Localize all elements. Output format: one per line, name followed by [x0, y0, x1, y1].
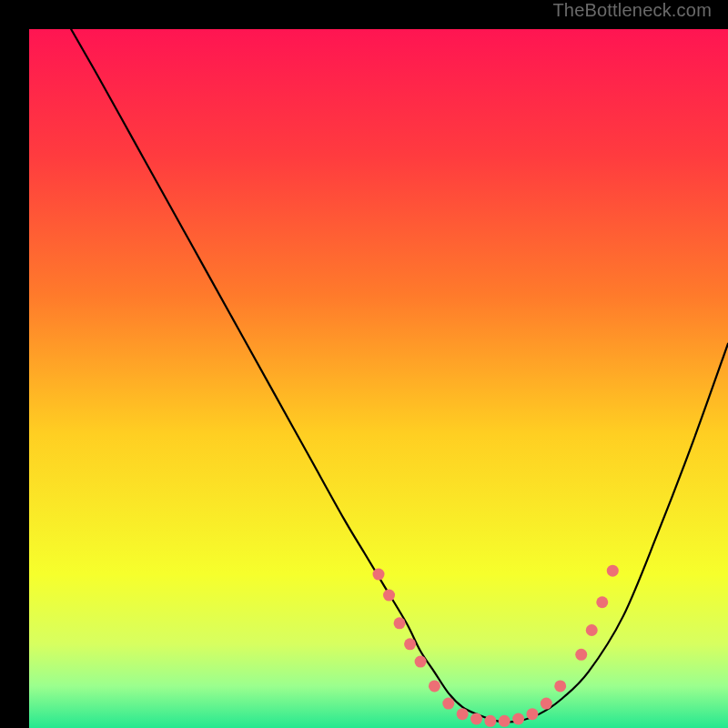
curve-marker — [541, 698, 552, 710]
bottleneck-chart — [29, 29, 728, 728]
curve-marker — [373, 569, 385, 581]
curve-marker — [526, 708, 538, 720]
curve-marker — [575, 649, 587, 661]
curve-marker — [442, 698, 454, 710]
curve-marker — [554, 680, 566, 692]
curve-marker — [394, 617, 406, 629]
curve-marker — [429, 680, 440, 692]
curve-marker — [404, 638, 416, 650]
curve-marker — [484, 715, 496, 727]
watermark-text: TheBottleneck.com — [552, 0, 712, 21]
curve-marker — [499, 715, 511, 727]
curve-marker — [457, 708, 469, 720]
chart-frame — [15, 15, 713, 713]
curve-marker — [607, 565, 619, 577]
curve-marker — [383, 590, 395, 602]
curve-marker — [470, 713, 482, 725]
gradient-background — [29, 29, 728, 728]
curve-marker — [586, 624, 598, 636]
curve-marker — [415, 656, 427, 668]
curve-marker — [512, 713, 524, 725]
curve-marker — [596, 596, 608, 608]
